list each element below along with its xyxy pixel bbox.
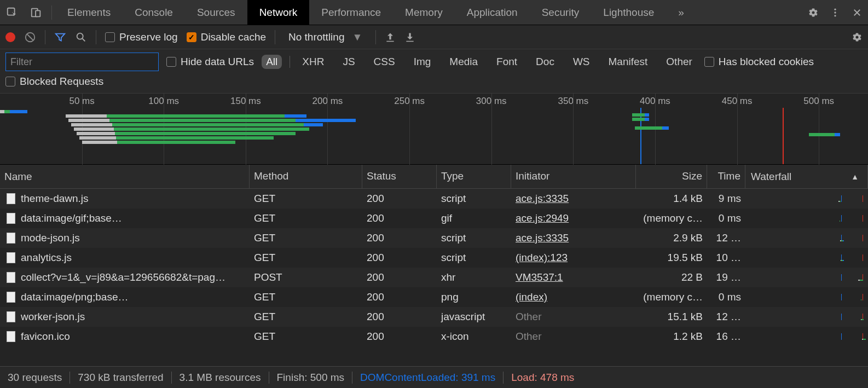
filter-type-ws[interactable]: WS bbox=[569, 55, 594, 69]
column-name[interactable]: Name bbox=[0, 165, 250, 188]
request-method: GET bbox=[250, 308, 362, 326]
request-status: 200 bbox=[362, 308, 437, 326]
request-waterfall bbox=[745, 254, 868, 261]
request-initiator[interactable]: (index):123 bbox=[516, 252, 568, 263]
clear-button[interactable] bbox=[24, 31, 36, 43]
filter-type-all[interactable]: All bbox=[262, 55, 282, 69]
request-time: 12 … bbox=[707, 229, 745, 247]
inspect-element-icon[interactable] bbox=[0, 0, 24, 25]
file-icon bbox=[7, 213, 15, 224]
column-status[interactable]: Status bbox=[362, 165, 437, 188]
panel-tab-memory[interactable]: Memory bbox=[393, 0, 455, 25]
table-row[interactable]: worker-json.jsGET200javascriptOther15.1 … bbox=[0, 307, 868, 327]
request-waterfall bbox=[745, 274, 868, 281]
filter-input[interactable] bbox=[5, 53, 159, 71]
request-size: 2.9 kB bbox=[636, 229, 707, 247]
request-initiator[interactable]: ace.js:2949 bbox=[516, 212, 569, 224]
timeline-overview[interactable]: 50 ms100 ms150 ms200 ms250 ms300 ms350 m… bbox=[0, 94, 868, 165]
request-name: analytics.js bbox=[21, 252, 72, 264]
has-blocked-cookies-checkbox[interactable]: Has blocked cookies bbox=[704, 56, 814, 68]
table-row[interactable]: favicon.icoGET200x-iconOther1.2 kB16 … bbox=[0, 327, 868, 346]
request-initiator[interactable]: VM3537:1 bbox=[516, 271, 563, 283]
filter-type-css[interactable]: CSS bbox=[369, 55, 400, 69]
status-load: Load: 478 ms bbox=[511, 372, 574, 384]
filter-type-font[interactable]: Font bbox=[492, 55, 522, 69]
status-resources: 3.1 MB resources bbox=[180, 372, 261, 384]
blocked-requests-checkbox[interactable]: Blocked Requests bbox=[5, 76, 103, 88]
request-time: 9 ms bbox=[707, 189, 745, 208]
table-row[interactable]: collect?v=1&_v=j89&a=129656682&t=pag…POS… bbox=[0, 268, 868, 287]
filter-type-img[interactable]: Img bbox=[409, 55, 436, 69]
filter-type-doc[interactable]: Doc bbox=[531, 55, 559, 69]
panel-tab-application[interactable]: Application bbox=[455, 0, 530, 25]
upload-har-icon[interactable] bbox=[385, 32, 396, 43]
status-transferred: 730 kB transferred bbox=[78, 372, 163, 384]
kebab-menu-icon[interactable] bbox=[824, 0, 846, 25]
status-requests: 30 requests bbox=[8, 372, 62, 384]
request-method: GET bbox=[250, 209, 362, 228]
panel-tab-elements[interactable]: Elements bbox=[55, 0, 123, 25]
panel-tab-console[interactable]: Console bbox=[123, 0, 185, 25]
svg-rect-2 bbox=[36, 10, 40, 16]
column-waterfall[interactable]: Waterfall ▲ bbox=[745, 165, 868, 188]
request-initiator: Other bbox=[516, 331, 542, 342]
filter-toggle-icon[interactable] bbox=[54, 31, 66, 43]
request-time: 0 ms bbox=[707, 288, 745, 306]
network-settings-icon[interactable] bbox=[852, 32, 863, 43]
separator bbox=[70, 372, 70, 384]
record-button[interactable] bbox=[5, 32, 15, 42]
request-size: 22 B bbox=[636, 268, 707, 287]
filter-type-media[interactable]: Media bbox=[445, 55, 482, 69]
panel-tab-network[interactable]: Network bbox=[247, 0, 310, 25]
request-time: 12 … bbox=[707, 308, 745, 326]
request-size: 15.1 kB bbox=[636, 308, 707, 326]
column-time[interactable]: Time bbox=[707, 165, 745, 188]
panel-tab-security[interactable]: Security bbox=[530, 0, 592, 25]
hide-data-urls-checkbox[interactable]: Hide data URLs bbox=[166, 56, 254, 68]
filter-type-xhr[interactable]: XHR bbox=[298, 55, 328, 69]
settings-icon[interactable] bbox=[802, 0, 824, 25]
request-initiator: Other bbox=[516, 311, 542, 322]
disable-cache-checkbox[interactable]: Disable cache bbox=[187, 31, 266, 43]
table-row[interactable]: mode-json.jsGET200scriptace.js:33352.9 k… bbox=[0, 228, 868, 248]
more-panels-button[interactable]: » bbox=[666, 0, 696, 25]
request-initiator[interactable]: (index) bbox=[516, 291, 547, 303]
panel-tab-sources[interactable]: Sources bbox=[185, 0, 247, 25]
request-method: POST bbox=[250, 268, 362, 287]
column-size[interactable]: Size bbox=[636, 165, 707, 188]
request-name: data:image/png;base… bbox=[21, 291, 128, 303]
filter-type-js[interactable]: JS bbox=[338, 55, 359, 69]
separator bbox=[51, 5, 52, 20]
panel-tab-performance[interactable]: Performance bbox=[309, 0, 393, 25]
separator bbox=[352, 372, 352, 384]
download-har-icon[interactable] bbox=[404, 32, 415, 43]
request-initiator[interactable]: ace.js:3335 bbox=[516, 232, 569, 244]
column-method[interactable]: Method bbox=[250, 165, 362, 188]
table-row[interactable]: analytics.jsGET200script(index):12319.5 … bbox=[0, 248, 868, 268]
column-initiator[interactable]: Initiator bbox=[511, 165, 636, 188]
separator bbox=[275, 30, 275, 44]
request-initiator[interactable]: ace.js:3335 bbox=[516, 193, 569, 204]
preserve-log-checkbox[interactable]: Preserve log bbox=[105, 31, 178, 43]
column-type[interactable]: Type bbox=[437, 165, 511, 188]
separator bbox=[375, 30, 376, 44]
separator bbox=[96, 30, 96, 44]
table-row[interactable]: data:image/gif;base…GET200giface.js:2949… bbox=[0, 209, 868, 228]
request-status: 200 bbox=[362, 189, 437, 208]
hide-data-urls-label: Hide data URLs bbox=[181, 56, 254, 68]
close-devtools-icon[interactable] bbox=[846, 0, 868, 25]
filter-type-other[interactable]: Other bbox=[662, 55, 697, 69]
request-status: 200 bbox=[362, 268, 437, 287]
overview-bar bbox=[0, 126, 868, 130]
search-icon[interactable] bbox=[75, 31, 87, 43]
panel-tab-lighthouse[interactable]: Lighthouse bbox=[591, 0, 666, 25]
table-header: Name Method Status Type Initiator Size T… bbox=[0, 165, 868, 189]
device-toolbar-icon[interactable] bbox=[24, 0, 48, 25]
request-waterfall bbox=[745, 235, 868, 241]
throttling-select[interactable]: No throttling ▼ bbox=[284, 31, 367, 43]
request-name: favicon.ico bbox=[21, 331, 70, 343]
request-status: 200 bbox=[362, 288, 437, 306]
filter-type-manifest[interactable]: Manifest bbox=[604, 55, 652, 69]
table-row[interactable]: data:image/png;base…GET200png(index)(mem… bbox=[0, 287, 868, 307]
table-row[interactable]: theme-dawn.jsGET200scriptace.js:33351.4 … bbox=[0, 189, 868, 209]
